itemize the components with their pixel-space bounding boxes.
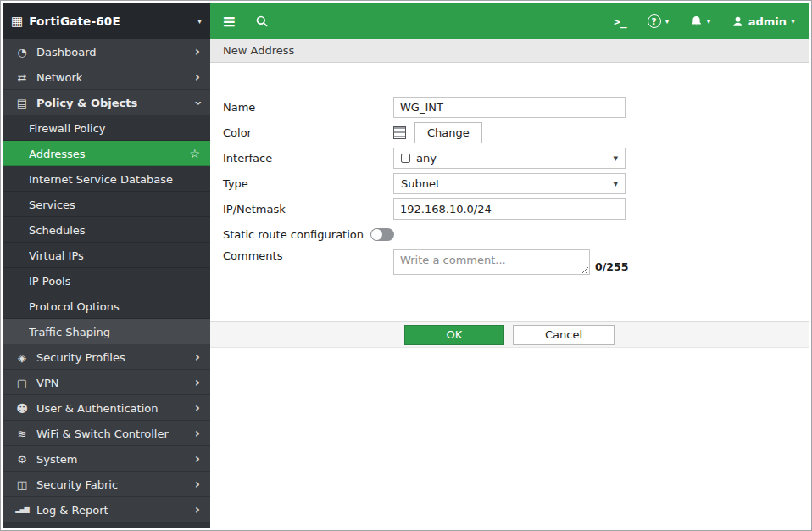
sidebar-item-label: Security Profiles	[36, 351, 125, 364]
sidebar-item-protocol-options[interactable]: Protocol Options	[3, 293, 210, 319]
form-row-name: Name	[223, 97, 809, 118]
caret-down-icon: ▾	[707, 17, 711, 25]
bell-icon	[690, 14, 703, 28]
topbar: ≡ >_ ? ▾ ▾	[210, 3, 809, 39]
chevron-right-icon: ›	[195, 428, 200, 440]
help-menu[interactable]: ? ▾	[648, 14, 670, 28]
gauge-icon: ◔	[14, 47, 31, 58]
cancel-button[interactable]: Cancel	[513, 325, 615, 345]
sidebar-item-label: Log & Report	[36, 504, 108, 517]
form-row-interface: Interface any ▾	[223, 148, 809, 169]
caret-down-icon: ▾	[197, 17, 202, 25]
form-row-static-route: Static route configuration	[223, 224, 809, 245]
any-interface-icon	[401, 154, 410, 163]
sidebar-item-log-report[interactable]: ▂▄▆ Log & Report ›	[3, 497, 210, 523]
caret-down-icon: ▾	[791, 17, 795, 25]
dropdown-caret-icon: ▾	[613, 178, 618, 189]
form-footer: OK Cancel	[210, 321, 809, 348]
sidebar-item-label: Virtual IPs	[29, 249, 84, 262]
sidebar-item-label: Protocol Options	[29, 300, 120, 313]
chevron-right-icon: ›	[195, 453, 200, 466]
sidebar-item-services[interactable]: Services	[3, 192, 210, 217]
comments-textarea[interactable]	[393, 249, 590, 275]
sidebar-item-traffic-shaping[interactable]: Traffic Shaping	[3, 319, 210, 344]
type-select[interactable]: Subnet ▾	[393, 173, 626, 194]
type-value: Subnet	[401, 177, 440, 190]
sidebar-item-virtual-ips[interactable]: Virtual IPs	[3, 243, 210, 268]
sidebar-item-label: WiFi & Switch Controller	[36, 428, 169, 440]
topbar-right: >_ ? ▾ ▾ admin	[614, 14, 795, 28]
form-row-color: Color Change	[223, 122, 809, 143]
chevron-right-icon: ›	[195, 351, 200, 364]
name-input[interactable]	[393, 97, 626, 118]
cli-console-icon[interactable]: >_	[614, 15, 627, 28]
sidebar-item-label: Firewall Policy	[29, 122, 106, 135]
sidebar-item-label: User & Authentication	[36, 402, 158, 415]
sidebar-item-wifi-switch-controller[interactable]: ≋ WiFi & Switch Controller ›	[3, 421, 210, 446]
user-avatar-icon	[731, 15, 744, 28]
dropdown-caret-icon: ▾	[613, 153, 618, 164]
sidebar-item-user-authentication[interactable]: ☻ User & Authentication ›	[3, 395, 210, 421]
sidebar-item-security-fabric[interactable]: ◫ Security Fabric ›	[3, 472, 210, 497]
sidebar-nav: ◔ Dashboard › ⇄ Network › ▤ Policy & Obj…	[3, 39, 210, 528]
topbar-row: ▦ FortiGate-60E ▾ ≡ >_ ? ▾	[3, 3, 809, 39]
sidebar-item-vpn[interactable]: ▢ VPN ›	[3, 370, 210, 395]
sidebar-item-system[interactable]: ⚙ System ›	[3, 446, 210, 472]
search-icon[interactable]	[255, 14, 269, 28]
bar-chart-icon: ▂▄▆	[14, 506, 31, 513]
admin-menu[interactable]: admin ▾	[731, 15, 795, 28]
name-label: Name	[223, 101, 393, 114]
sidebar-item-label: IP Pools	[29, 275, 70, 288]
monitor-icon: ▢	[14, 377, 31, 388]
char-counter: 0/255	[595, 260, 628, 275]
window-frame: ▦ FortiGate-60E ▾ ≡ >_ ? ▾	[0, 0, 812, 531]
interface-value: any	[416, 152, 437, 165]
sidebar-item-security-profiles[interactable]: ◈ Security Profiles ›	[3, 344, 210, 370]
type-label: Type	[223, 177, 393, 190]
menu-toggle-icon[interactable]: ≡	[222, 13, 236, 30]
device-menu[interactable]: ▦ FortiGate-60E ▾	[3, 3, 210, 39]
chevron-right-icon: ›	[195, 46, 200, 59]
sidebar-item-internet-service-database[interactable]: Internet Service Database	[3, 166, 210, 192]
fortinet-logo-icon: ▦	[11, 15, 23, 28]
main-content: New Address Name Color Change Interface	[210, 39, 809, 528]
sidebar-item-label: Services	[29, 198, 75, 211]
policy-objects-icon: ▤	[14, 98, 31, 109]
ip-netmask-label: IP/Netmask	[223, 203, 393, 215]
sidebar-item-policy-objects[interactable]: ▤ Policy & Objects ›	[3, 90, 210, 115]
change-color-button[interactable]: Change	[414, 122, 482, 143]
sidebar-item-firewall-policy[interactable]: Firewall Policy	[3, 115, 210, 141]
sidebar-item-dashboard[interactable]: ◔ Dashboard ›	[3, 39, 210, 64]
interface-select[interactable]: any ▾	[393, 148, 626, 169]
sidebar-item-label: VPN	[36, 377, 58, 389]
sidebar-item-network[interactable]: ⇄ Network ›	[3, 64, 210, 90]
favorite-star-icon[interactable]: ☆	[189, 148, 200, 159]
notifications-menu[interactable]: ▾	[690, 14, 711, 28]
sidebar-item-label: Network	[36, 71, 82, 84]
sidebar-item-schedules[interactable]: Schedules	[3, 217, 210, 243]
fabric-icon: ◫	[14, 479, 31, 490]
color-label: Color	[223, 126, 393, 139]
sidebar-item-addresses[interactable]: Addresses ☆	[3, 141, 210, 166]
form-row-type: Type Subnet ▾	[223, 173, 809, 194]
interface-label: Interface	[223, 152, 393, 165]
chevron-right-icon: ›	[195, 478, 200, 491]
sidebar-item-label: Dashboard	[36, 46, 97, 59]
sidebar-item-ip-pools[interactable]: IP Pools	[3, 268, 210, 293]
help-icon: ?	[648, 14, 661, 28]
device-name: FortiGate-60E	[29, 14, 120, 28]
chevron-right-icon: ›	[195, 402, 200, 415]
sidebar-item-label: System	[36, 453, 77, 466]
body-row: ◔ Dashboard › ⇄ Network › ▤ Policy & Obj…	[3, 39, 809, 528]
ok-button[interactable]: OK	[404, 325, 504, 345]
form-row-ip-netmask: IP/Netmask	[223, 198, 809, 220]
network-icon: ⇄	[14, 72, 31, 83]
admin-label: admin	[748, 15, 787, 28]
chevron-right-icon: ›	[195, 377, 200, 389]
toggle-knob	[371, 229, 382, 240]
static-route-toggle[interactable]	[370, 228, 394, 241]
color-palette-icon[interactable]	[393, 126, 406, 139]
page-title: New Address	[223, 44, 294, 57]
ip-netmask-input[interactable]	[393, 198, 626, 220]
sidebar-item-label: Traffic Shaping	[29, 326, 110, 338]
